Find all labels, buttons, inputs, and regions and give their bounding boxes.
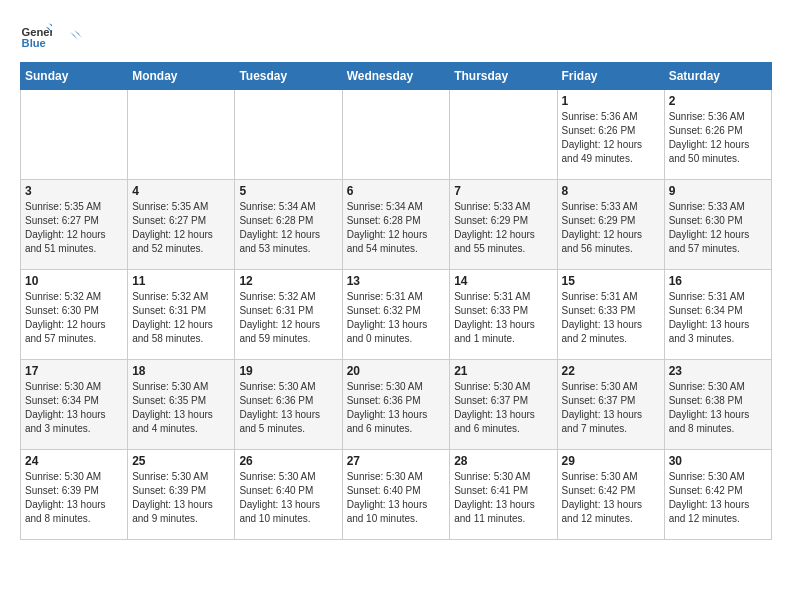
calendar-cell: 16Sunrise: 5:31 AM Sunset: 6:34 PM Dayli… [664, 270, 771, 360]
calendar-cell: 10Sunrise: 5:32 AM Sunset: 6:30 PM Dayli… [21, 270, 128, 360]
day-number: 11 [132, 274, 230, 288]
calendar-cell: 26Sunrise: 5:30 AM Sunset: 6:40 PM Dayli… [235, 450, 342, 540]
calendar-cell: 4Sunrise: 5:35 AM Sunset: 6:27 PM Daylig… [128, 180, 235, 270]
day-number: 12 [239, 274, 337, 288]
calendar-week-row: 1Sunrise: 5:36 AM Sunset: 6:26 PM Daylig… [21, 90, 772, 180]
day-info: Sunrise: 5:30 AM Sunset: 6:37 PM Dayligh… [454, 380, 552, 436]
calendar-cell: 19Sunrise: 5:30 AM Sunset: 6:36 PM Dayli… [235, 360, 342, 450]
day-info: Sunrise: 5:30 AM Sunset: 6:38 PM Dayligh… [669, 380, 767, 436]
calendar-cell: 25Sunrise: 5:30 AM Sunset: 6:39 PM Dayli… [128, 450, 235, 540]
day-number: 10 [25, 274, 123, 288]
day-info: Sunrise: 5:30 AM Sunset: 6:39 PM Dayligh… [25, 470, 123, 526]
calendar-cell: 22Sunrise: 5:30 AM Sunset: 6:37 PM Dayli… [557, 360, 664, 450]
day-info: Sunrise: 5:36 AM Sunset: 6:26 PM Dayligh… [669, 110, 767, 166]
day-number: 16 [669, 274, 767, 288]
logo: General Blue [20, 20, 82, 52]
day-info: Sunrise: 5:30 AM Sunset: 6:40 PM Dayligh… [239, 470, 337, 526]
day-number: 13 [347, 274, 446, 288]
day-info: Sunrise: 5:31 AM Sunset: 6:32 PM Dayligh… [347, 290, 446, 346]
page-header: General Blue [20, 20, 772, 52]
day-info: Sunrise: 5:30 AM Sunset: 6:37 PM Dayligh… [562, 380, 660, 436]
calendar-cell: 12Sunrise: 5:32 AM Sunset: 6:31 PM Dayli… [235, 270, 342, 360]
day-number: 4 [132, 184, 230, 198]
calendar-week-row: 10Sunrise: 5:32 AM Sunset: 6:30 PM Dayli… [21, 270, 772, 360]
calendar-week-row: 3Sunrise: 5:35 AM Sunset: 6:27 PM Daylig… [21, 180, 772, 270]
day-number: 5 [239, 184, 337, 198]
calendar-cell: 23Sunrise: 5:30 AM Sunset: 6:38 PM Dayli… [664, 360, 771, 450]
calendar-cell: 18Sunrise: 5:30 AM Sunset: 6:35 PM Dayli… [128, 360, 235, 450]
calendar-cell: 3Sunrise: 5:35 AM Sunset: 6:27 PM Daylig… [21, 180, 128, 270]
day-number: 21 [454, 364, 552, 378]
calendar-body: 1Sunrise: 5:36 AM Sunset: 6:26 PM Daylig… [21, 90, 772, 540]
svg-marker-4 [70, 32, 78, 40]
day-number: 26 [239, 454, 337, 468]
day-info: Sunrise: 5:30 AM Sunset: 6:36 PM Dayligh… [347, 380, 446, 436]
day-info: Sunrise: 5:35 AM Sunset: 6:27 PM Dayligh… [25, 200, 123, 256]
calendar-cell: 11Sunrise: 5:32 AM Sunset: 6:31 PM Dayli… [128, 270, 235, 360]
day-info: Sunrise: 5:30 AM Sunset: 6:42 PM Dayligh… [562, 470, 660, 526]
day-number: 25 [132, 454, 230, 468]
day-info: Sunrise: 5:33 AM Sunset: 6:29 PM Dayligh… [562, 200, 660, 256]
calendar-cell: 29Sunrise: 5:30 AM Sunset: 6:42 PM Dayli… [557, 450, 664, 540]
calendar-cell: 21Sunrise: 5:30 AM Sunset: 6:37 PM Dayli… [450, 360, 557, 450]
svg-text:Blue: Blue [22, 37, 46, 49]
calendar-cell: 1Sunrise: 5:36 AM Sunset: 6:26 PM Daylig… [557, 90, 664, 180]
calendar-cell: 7Sunrise: 5:33 AM Sunset: 6:29 PM Daylig… [450, 180, 557, 270]
calendar-cell: 17Sunrise: 5:30 AM Sunset: 6:34 PM Dayli… [21, 360, 128, 450]
day-info: Sunrise: 5:30 AM Sunset: 6:39 PM Dayligh… [132, 470, 230, 526]
day-number: 29 [562, 454, 660, 468]
day-number: 30 [669, 454, 767, 468]
calendar-cell: 5Sunrise: 5:34 AM Sunset: 6:28 PM Daylig… [235, 180, 342, 270]
day-number: 19 [239, 364, 337, 378]
calendar-cell [128, 90, 235, 180]
calendar-cell: 20Sunrise: 5:30 AM Sunset: 6:36 PM Dayli… [342, 360, 450, 450]
day-number: 24 [25, 454, 123, 468]
day-number: 22 [562, 364, 660, 378]
calendar-cell: 24Sunrise: 5:30 AM Sunset: 6:39 PM Dayli… [21, 450, 128, 540]
calendar-week-row: 24Sunrise: 5:30 AM Sunset: 6:39 PM Dayli… [21, 450, 772, 540]
day-info: Sunrise: 5:32 AM Sunset: 6:31 PM Dayligh… [132, 290, 230, 346]
day-info: Sunrise: 5:35 AM Sunset: 6:27 PM Dayligh… [132, 200, 230, 256]
day-number: 14 [454, 274, 552, 288]
day-number: 3 [25, 184, 123, 198]
day-info: Sunrise: 5:31 AM Sunset: 6:34 PM Dayligh… [669, 290, 767, 346]
calendar-cell [235, 90, 342, 180]
logo-bird-icon [58, 28, 82, 48]
day-info: Sunrise: 5:34 AM Sunset: 6:28 PM Dayligh… [347, 200, 446, 256]
calendar-cell: 2Sunrise: 5:36 AM Sunset: 6:26 PM Daylig… [664, 90, 771, 180]
calendar-cell: 9Sunrise: 5:33 AM Sunset: 6:30 PM Daylig… [664, 180, 771, 270]
calendar-cell: 13Sunrise: 5:31 AM Sunset: 6:32 PM Dayli… [342, 270, 450, 360]
calendar-cell: 28Sunrise: 5:30 AM Sunset: 6:41 PM Dayli… [450, 450, 557, 540]
calendar-week-row: 17Sunrise: 5:30 AM Sunset: 6:34 PM Dayli… [21, 360, 772, 450]
weekday-header-sunday: Sunday [21, 63, 128, 90]
day-info: Sunrise: 5:31 AM Sunset: 6:33 PM Dayligh… [454, 290, 552, 346]
day-info: Sunrise: 5:30 AM Sunset: 6:34 PM Dayligh… [25, 380, 123, 436]
calendar-table: SundayMondayTuesdayWednesdayThursdayFrid… [20, 62, 772, 540]
day-number: 20 [347, 364, 446, 378]
day-info: Sunrise: 5:30 AM Sunset: 6:36 PM Dayligh… [239, 380, 337, 436]
weekday-header-monday: Monday [128, 63, 235, 90]
day-number: 27 [347, 454, 446, 468]
day-number: 23 [669, 364, 767, 378]
calendar-cell: 30Sunrise: 5:30 AM Sunset: 6:42 PM Dayli… [664, 450, 771, 540]
day-info: Sunrise: 5:32 AM Sunset: 6:30 PM Dayligh… [25, 290, 123, 346]
day-info: Sunrise: 5:34 AM Sunset: 6:28 PM Dayligh… [239, 200, 337, 256]
calendar-cell [342, 90, 450, 180]
calendar-cell: 15Sunrise: 5:31 AM Sunset: 6:33 PM Dayli… [557, 270, 664, 360]
day-number: 2 [669, 94, 767, 108]
day-info: Sunrise: 5:33 AM Sunset: 6:29 PM Dayligh… [454, 200, 552, 256]
day-number: 9 [669, 184, 767, 198]
calendar-cell: 8Sunrise: 5:33 AM Sunset: 6:29 PM Daylig… [557, 180, 664, 270]
day-number: 6 [347, 184, 446, 198]
day-number: 18 [132, 364, 230, 378]
calendar-cell: 27Sunrise: 5:30 AM Sunset: 6:40 PM Dayli… [342, 450, 450, 540]
weekday-header-wednesday: Wednesday [342, 63, 450, 90]
day-info: Sunrise: 5:31 AM Sunset: 6:33 PM Dayligh… [562, 290, 660, 346]
day-number: 8 [562, 184, 660, 198]
day-info: Sunrise: 5:32 AM Sunset: 6:31 PM Dayligh… [239, 290, 337, 346]
day-number: 17 [25, 364, 123, 378]
day-number: 15 [562, 274, 660, 288]
day-info: Sunrise: 5:33 AM Sunset: 6:30 PM Dayligh… [669, 200, 767, 256]
day-info: Sunrise: 5:30 AM Sunset: 6:35 PM Dayligh… [132, 380, 230, 436]
calendar-cell [21, 90, 128, 180]
